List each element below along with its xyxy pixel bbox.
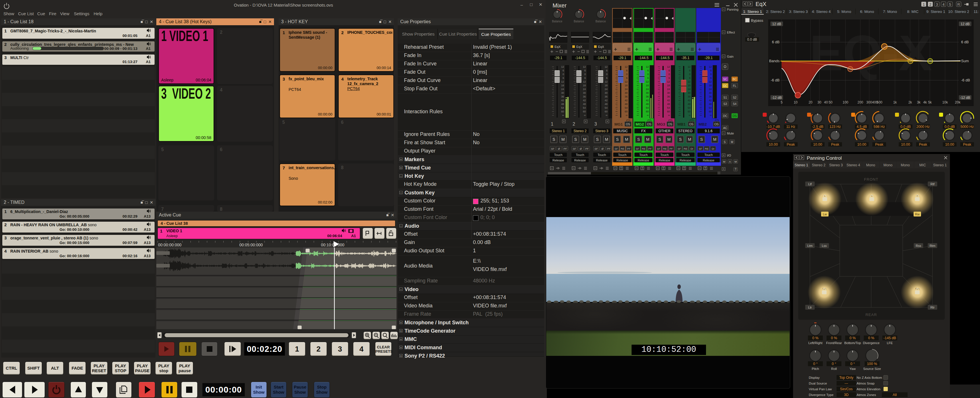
- svg-text:OS: OS: [714, 122, 719, 126]
- svg-text:24: 24: [709, 88, 712, 91]
- svg-text:48: 48: [646, 103, 649, 105]
- svg-text:20k: 20k: [955, 101, 961, 104]
- svg-text:0: 0: [563, 73, 564, 76]
- svg-text:RE: RE: [621, 147, 624, 150]
- svg-text:0 %: 0 %: [812, 336, 819, 340]
- svg-text:MG2: MG2: [636, 122, 644, 126]
- svg-text:Rtm: Rtm: [930, 244, 935, 248]
- svg-text:24: 24: [625, 88, 628, 91]
- svg-text:EQ-X: EQ-X: [810, 25, 932, 81]
- svg-text:60: 60: [583, 110, 586, 113]
- svg-text:42: 42: [561, 99, 564, 102]
- svg-text:6: 6: [648, 77, 649, 80]
- svg-text:S: S: [700, 137, 703, 142]
- svg-text:Sin/Cos: Sin/Cos: [840, 387, 853, 391]
- svg-text:M: M: [667, 137, 671, 142]
- svg-text:6: 6: [668, 77, 670, 80]
- svg-text:MB1: MB1: [678, 122, 686, 126]
- svg-text:10.00: 10.00: [769, 142, 778, 147]
- svg-text:Touch: Touch: [704, 153, 713, 157]
- svg-text:54: 54: [561, 106, 564, 109]
- svg-text:Rss: Rss: [916, 244, 921, 248]
- svg-text:∞: ∞: [606, 114, 608, 117]
- svg-text:Stereo 3: Stereo 3: [595, 129, 608, 133]
- svg-text:1k: 1k: [893, 101, 897, 104]
- svg-text:R: R: [958, 2, 960, 6]
- svg-text:12: 12: [646, 66, 649, 68]
- svg-text:-145 dB: -145 dB: [883, 336, 896, 340]
- svg-text:Touch: Touch: [681, 153, 689, 157]
- svg-text:Stereo 2: Stereo 2: [573, 129, 587, 133]
- svg-text:18: 18: [667, 84, 670, 87]
- svg-text:6: 6: [584, 69, 586, 72]
- svg-text:SF: SF: [614, 147, 618, 150]
- svg-text:0.0 dB: 0.0 dB: [747, 38, 757, 42]
- svg-text:S: S: [637, 137, 640, 142]
- svg-text:∞: ∞: [584, 114, 586, 117]
- svg-text:6: 6: [668, 69, 670, 72]
- svg-text:36: 36: [667, 95, 670, 98]
- svg-text:-29.1: -29.1: [618, 56, 627, 60]
- svg-text:Ltm: Ltm: [807, 244, 813, 248]
- svg-text:6: 6: [710, 69, 712, 72]
- svg-text:PF: PF: [607, 147, 610, 150]
- svg-text:MG3: MG3: [657, 122, 665, 126]
- svg-text:Panning Control: Panning Control: [807, 155, 842, 161]
- svg-text:S: S: [596, 137, 599, 142]
- svg-text:M: M: [562, 137, 565, 142]
- svg-text:Atmos Elevation: Atmos Elevation: [857, 387, 880, 391]
- svg-text:60: 60: [667, 110, 670, 113]
- svg-text:Peak: Peak: [787, 142, 795, 147]
- svg-text:6: 6: [584, 77, 586, 80]
- svg-text:54: 54: [583, 106, 586, 109]
- svg-text:MG1: MG1: [614, 122, 623, 126]
- svg-text:500: 500: [877, 101, 882, 104]
- svg-text:Peak: Peak: [919, 142, 928, 147]
- svg-text:3k: 3k: [917, 101, 921, 104]
- svg-text:0: 0: [668, 73, 670, 76]
- svg-text:42: 42: [605, 99, 608, 102]
- svg-text:DI: DI: [690, 147, 694, 150]
- svg-text:Sum: Sum: [961, 59, 969, 63]
- svg-text:Source Size: Source Size: [863, 367, 881, 371]
- svg-text:Stereo 3: Stereo 3: [829, 163, 843, 167]
- svg-text:50: 50: [829, 101, 832, 104]
- svg-text:3: 3: [594, 121, 597, 126]
- svg-text:12: 12: [709, 80, 712, 83]
- svg-text:0 °: 0 °: [850, 362, 854, 366]
- svg-text:6: 6: [710, 77, 712, 80]
- svg-text:00:00:00:000: 00:00:00:000: [158, 243, 181, 247]
- svg-text:OS: OS: [626, 122, 630, 126]
- svg-text:RE: RE: [642, 147, 646, 150]
- svg-text:18: 18: [688, 84, 690, 87]
- svg-text:∞: ∞: [647, 114, 649, 117]
- svg-text:5: 5: [949, 2, 951, 6]
- svg-text:Peak: Peak: [831, 142, 839, 147]
- svg-text:42: 42: [625, 99, 628, 102]
- svg-text:∞: ∞: [710, 114, 712, 117]
- svg-text:Rw: Rw: [915, 213, 920, 216]
- svg-text:10.00: 10.00: [901, 142, 910, 147]
- svg-text:8: MIC: 8: MIC: [907, 10, 919, 14]
- svg-text:60: 60: [605, 110, 608, 113]
- svg-text:0: 0: [584, 73, 586, 76]
- svg-text:Top Only: Top Only: [839, 376, 853, 380]
- svg-text:30: 30: [583, 91, 586, 94]
- svg-text:24: 24: [667, 88, 670, 91]
- svg-text:PF: PF: [585, 147, 589, 150]
- svg-text:1: Stereo 1: 1: Stereo 1: [743, 10, 762, 14]
- svg-text:60: 60: [646, 110, 649, 113]
- svg-text:Release: Release: [596, 158, 608, 162]
- svg-text:SF: SF: [698, 147, 702, 150]
- svg-text:Lss: Lss: [822, 244, 827, 248]
- svg-text:Divergence Type: Divergence Type: [809, 393, 834, 396]
- svg-text:2: 2: [929, 2, 931, 6]
- svg-text:PF: PF: [669, 147, 673, 150]
- svg-text:24: 24: [605, 88, 608, 91]
- svg-text:4: Stereo 4: 4: Stereo 4: [811, 10, 831, 14]
- svg-text:Mixer: Mixer: [552, 2, 566, 9]
- svg-text:Pitch: Pitch: [811, 367, 819, 371]
- svg-text:A: A: [729, 160, 731, 163]
- svg-text:12: 12: [583, 80, 586, 83]
- svg-text:Release: Release: [552, 158, 564, 162]
